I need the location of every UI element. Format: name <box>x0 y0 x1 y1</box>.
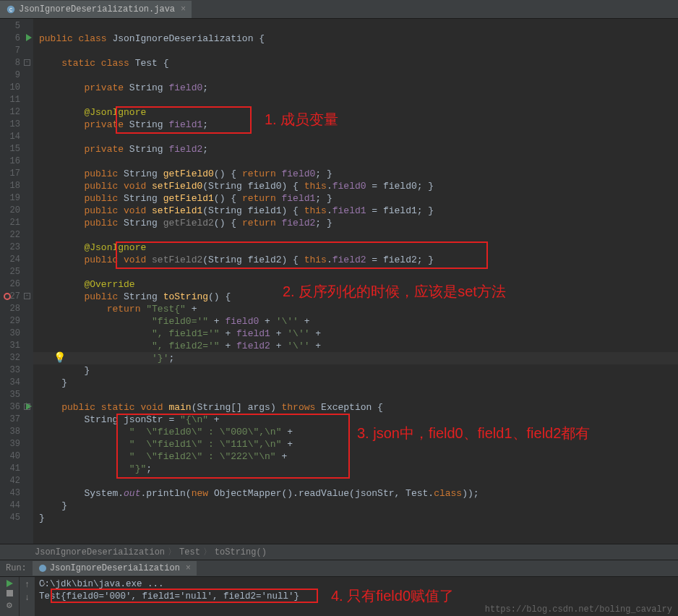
line-number: 30 <box>0 328 33 340</box>
code-area[interactable]: 1. 成员变量 2. 反序列化的时候，应该是set方法 3. json中，fie… <box>33 19 678 544</box>
code-line <box>33 131 678 143</box>
code-line: static class Test { <box>33 57 678 69</box>
line-number: 7 <box>0 45 33 57</box>
chevron-right-icon: 〉 <box>168 546 176 558</box>
bc-class[interactable]: JsonIgnoreDeserialization <box>35 547 165 557</box>
line-number: 42 <box>0 475 33 487</box>
line-number: 43 <box>0 487 33 500</box>
bc-inner-class[interactable]: Test <box>179 547 200 557</box>
code-line: public String getField2() { return field… <box>33 217 678 229</box>
line-number: 10 <box>0 82 33 94</box>
code-line: '}';💡 <box>33 352 678 364</box>
tab-filename: JsonIgnoreDeserialization.java <box>19 4 175 14</box>
code-line <box>33 69 678 82</box>
rerun-icon[interactable] <box>7 580 13 587</box>
line-number: 21 <box>0 217 33 229</box>
code-line: public void setField1(String field1) { t… <box>33 205 678 217</box>
code-line: @Override <box>33 278 678 291</box>
line-number: 24 <box>0 254 33 266</box>
run-toolbar-left: ⚙ <box>0 577 19 616</box>
line-number: 15 <box>0 143 33 155</box>
lightbulb-icon[interactable]: 💡 <box>53 352 66 364</box>
code-line <box>33 94 678 106</box>
console-output[interactable]: ›C:\jdk\bin\java.exe ... Test{field0='00… <box>35 577 678 616</box>
line-number: 32 <box>0 352 33 364</box>
arrow-up-icon[interactable]: ↑ <box>25 580 30 590</box>
line-number: 36- <box>0 401 33 414</box>
run-label: Run: <box>0 563 33 573</box>
line-number: 5 <box>0 20 33 33</box>
code-line <box>33 389 678 401</box>
gutter-run-icon[interactable] <box>26 34 32 41</box>
line-number: 16 <box>0 155 33 168</box>
fold-icon[interactable]: - <box>24 293 30 299</box>
line-number: 44 <box>0 500 33 512</box>
fold-icon[interactable]: - <box>24 59 30 66</box>
watermark: https://blog.csdn.net/boling_cavalry <box>485 604 672 615</box>
file-tab[interactable]: C JsonIgnoreDeserialization.java × <box>0 1 192 18</box>
console-line: ›C:\jdk\bin\java.exe ... <box>39 578 674 591</box>
line-gutter: 5678-91011121314151617181920212223242526… <box>0 19 33 544</box>
line-number: 9 <box>0 69 33 82</box>
line-number: 28 <box>0 303 33 315</box>
breadcrumb: JsonIgnoreDeserialization 〉 Test 〉 toStr… <box>0 544 678 560</box>
code-line: @JsonIgnore <box>33 106 678 119</box>
bc-method[interactable]: toString() <box>215 547 267 557</box>
run-toolbar-nav: ↑ ↓ <box>19 577 35 616</box>
code-line: @JsonIgnore <box>33 241 678 254</box>
console-line: Test{field0='000', field1='null', field2… <box>39 591 674 603</box>
line-number: 29 <box>0 315 33 328</box>
line-number: 39 <box>0 438 33 450</box>
run-config-tab[interactable]: JsonIgnoreDeserialization × <box>33 561 197 576</box>
line-number: 26 <box>0 278 33 291</box>
code-line: public String getField0() { return field… <box>33 168 678 180</box>
line-number: 40 <box>0 450 33 463</box>
java-file-icon: C <box>6 4 16 14</box>
line-number: 45 <box>0 512 33 524</box>
code-line: String jsonStr = "{\n" + <box>33 414 678 426</box>
code-editor[interactable]: 5678-91011121314151617181920212223242526… <box>0 19 678 544</box>
arrow-down-icon[interactable]: ↓ <box>25 593 30 603</box>
breakpoint-icon[interactable] <box>4 293 11 300</box>
code-line <box>33 45 678 57</box>
code-line: " \"field2\" : \"222\"\n" + <box>33 450 678 463</box>
code-line: private String field0; <box>33 82 678 94</box>
code-line: public void setField2(String field2) { t… <box>33 254 678 266</box>
code-line: public String toString() { <box>33 291 678 303</box>
code-line <box>33 229 678 241</box>
run-panel: ⚙ ↑ ↓ ›C:\jdk\bin\java.exe ... Test{fiel… <box>0 577 678 616</box>
code-line: ", field1='" + field1 + '\'' + <box>33 328 678 340</box>
svg-point-2 <box>39 565 46 572</box>
line-number: 11 <box>0 94 33 106</box>
stop-icon[interactable] <box>7 590 13 596</box>
editor-tab-bar: C JsonIgnoreDeserialization.java × <box>0 0 678 19</box>
code-line: public static void main(String[] args) t… <box>33 401 678 414</box>
code-line: private String field2; <box>33 143 678 155</box>
code-line: } <box>33 512 678 524</box>
line-number: 41 <box>0 463 33 475</box>
code-line: } <box>33 500 678 512</box>
code-line: return "Test{" + <box>33 303 678 315</box>
code-line <box>33 155 678 168</box>
code-line: private String field1; <box>33 119 678 131</box>
caret-right-icon: › <box>41 578 47 591</box>
fold-icon[interactable]: - <box>24 403 30 410</box>
code-line: "field0='" + field0 + '\'' + <box>33 315 678 328</box>
line-number: 27- <box>0 291 33 303</box>
close-icon[interactable]: × <box>181 4 186 14</box>
code-line: public class JsonIgnoreDeserialization { <box>33 33 678 45</box>
line-number: 25 <box>0 266 33 278</box>
close-icon[interactable]: × <box>186 563 191 573</box>
code-line: } <box>33 364 678 377</box>
code-line: System.out.println(new ObjectMapper().re… <box>33 487 678 500</box>
svg-text:C: C <box>9 7 12 12</box>
line-number: 14 <box>0 131 33 143</box>
line-number: 13 <box>0 119 33 131</box>
code-line <box>33 266 678 278</box>
run-tool-bar: Run: JsonIgnoreDeserialization × <box>0 560 678 577</box>
line-number: 17 <box>0 168 33 180</box>
code-line <box>33 475 678 487</box>
code-line: ", field2='" + field2 + '\'' + <box>33 340 678 352</box>
gear-icon[interactable]: ⚙ <box>7 599 12 611</box>
code-line <box>33 20 678 33</box>
